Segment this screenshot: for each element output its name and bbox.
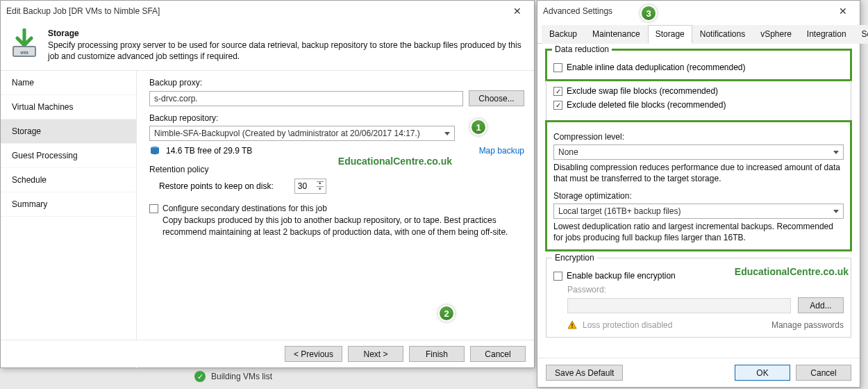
page-heading: Storage [48, 28, 526, 38]
dedup-checkbox[interactable]: Enable inline data deduplication (recomm… [553, 63, 844, 72]
callout-2: 2 [438, 305, 455, 322]
nav-summary[interactable]: Summary [1, 192, 136, 217]
tab-notifications[interactable]: Notifications [692, 25, 753, 44]
ok-button[interactable]: OK [735, 365, 790, 381]
compression-help: Disabling compression reduces performanc… [553, 163, 844, 184]
encryption-legend: Encryption [552, 253, 597, 263]
map-backup-link[interactable]: Map backup [479, 146, 524, 156]
adv-title: Advanced Settings [543, 6, 612, 16]
restore-points-stepper[interactable]: 30 ▲▼ [294, 179, 326, 194]
retention-label: Retention policy [149, 165, 524, 174]
data-reduction-bottom: Compression level: None Disabling compre… [546, 121, 851, 251]
main-title: Edit Backup Job [DR VMs to Nimble SFA] [6, 6, 160, 16]
secondary-destinations-label: Configure secondary destinations for thi… [162, 204, 524, 213]
storage-opt-label: Storage optimization: [553, 191, 844, 201]
loss-protection-text: Loss protection disabled [583, 320, 672, 330]
data-reduction-top: Data reduction Enable inline data dedupl… [546, 49, 851, 81]
password-select [567, 298, 791, 313]
restore-points-label: Restore points to keep on disk: [159, 181, 274, 191]
close-icon[interactable]: ✕ [503, 3, 531, 19]
password-label: Password: [567, 285, 844, 295]
watermark: EducationalCentre.co.uk [735, 266, 849, 277]
adv-titlebar: Advanced Settings ✕ [537, 1, 860, 22]
deleted-checkbox[interactable]: Exclude deleted file blocks (recommended… [553, 100, 844, 110]
deleted-label: Exclude deleted file blocks (recommended… [567, 100, 726, 110]
free-space-text: 14.6 TB free of 29.9 TB [166, 146, 252, 156]
status-text: Building VMs list [211, 372, 272, 381]
page-subheading: Specify processing proxy server to be us… [48, 40, 526, 62]
wizard-footer: < Previous Next > Finish Cancel [1, 340, 534, 367]
checkbox-icon [553, 87, 562, 96]
callout-1: 1 [470, 119, 487, 135]
nav-guest-processing[interactable]: Guest Processing [1, 144, 136, 168]
warning-icon [567, 320, 577, 330]
manage-passwords-link[interactable]: Manage passwords [771, 320, 844, 330]
edit-backup-job-dialog: Edit Backup Job [DR VMs to Nimble SFA] ✕… [0, 0, 535, 368]
backup-proxy-label: Backup proxy: [149, 78, 524, 88]
callout-3: 3 [640, 5, 657, 22]
tab-integration[interactable]: Integration [799, 25, 854, 44]
secondary-destinations-desc: Copy backups produced by this job to ano… [162, 215, 524, 237]
next-button[interactable]: Next > [348, 346, 403, 362]
encryption-label: Enable backup file encryption [567, 271, 676, 281]
nav-storage[interactable]: Storage [1, 119, 136, 144]
add-password-button[interactable]: Add... [798, 297, 844, 313]
data-reduction-mid: Exclude swap file blocks (recommended) E… [546, 81, 851, 121]
tab-vsphere[interactable]: vSphere [753, 25, 799, 44]
advanced-settings-dialog: Advanced Settings ✕ Backup Maintenance S… [537, 0, 860, 388]
swap-checkbox[interactable]: Exclude swap file blocks (recommended) [553, 86, 844, 96]
restore-points-value: 30 [298, 181, 307, 191]
backup-repo-label: Backup repository: [149, 113, 524, 123]
tab-storage[interactable]: Storage [648, 25, 692, 44]
save-default-button[interactable]: Save As Default [546, 365, 623, 381]
choose-proxy-button[interactable]: Choose... [469, 90, 524, 106]
checkbox-icon [553, 101, 562, 110]
svg-rect-13 [571, 327, 573, 329]
checkbox-icon [553, 272, 562, 281]
main-header-text: Storage Specify processing proxy server … [48, 28, 526, 62]
svg-rect-12 [571, 324, 573, 326]
storage-pane: Backup proxy: s-drvc.corp. Choose... Bac… [137, 71, 534, 368]
tab-backup[interactable]: Backup [542, 25, 585, 44]
compression-label: Compression level: [553, 132, 844, 142]
watermark: EducationalCentre.co.uk [338, 156, 452, 167]
storage-tab-panel: Data reduction Enable inline data dedupl… [537, 44, 860, 350]
backup-proxy-input[interactable]: s-drvc.corp. [149, 91, 463, 106]
disk-icon [149, 145, 160, 156]
nav-name[interactable]: Name [1, 71, 136, 95]
storage-opt-select[interactable]: Local target (16TB+ backup files) [553, 204, 844, 219]
finish-button[interactable]: Finish [409, 346, 465, 362]
adv-footer: Save As Default OK Cancel [537, 358, 860, 387]
success-icon: ✓ [194, 371, 206, 382]
status-strip: ✓ Building VMs list [194, 367, 272, 386]
dedup-label: Enable inline data deduplication (recomm… [567, 63, 746, 72]
compression-select[interactable]: None [553, 144, 844, 160]
nav-schedule[interactable]: Schedule [1, 168, 136, 192]
close-icon[interactable]: ✕ [829, 3, 857, 19]
wizard-nav: Name Virtual Machines Storage Guest Proc… [1, 71, 137, 368]
backup-repo-select[interactable]: Nimble-SFA-Backupvol (Created by \admini… [149, 126, 455, 141]
main-header: vm Storage Specify processing proxy serv… [1, 22, 534, 71]
cancel-button[interactable]: Cancel [470, 346, 526, 362]
tab-scripts[interactable]: Scripts [854, 25, 868, 44]
main-titlebar: Edit Backup Job [DR VMs to Nimble SFA] ✕ [1, 1, 534, 22]
adv-cancel-button[interactable]: Cancel [796, 365, 851, 381]
secondary-destinations-checkbox[interactable]: Configure secondary destinations for thi… [149, 204, 524, 237]
storage-opt-help: Lowest deduplication ratio and largest i… [553, 222, 844, 243]
storage-icon: vm [9, 28, 40, 59]
checkbox-icon [553, 63, 562, 72]
tab-maintenance[interactable]: Maintenance [585, 25, 648, 44]
adv-tabs: Backup Maintenance Storage Notifications… [537, 22, 860, 44]
swap-label: Exclude swap file blocks (recommended) [567, 86, 718, 96]
svg-text:vm: vm [20, 49, 28, 56]
nav-virtual-machines[interactable]: Virtual Machines [1, 95, 136, 119]
previous-button[interactable]: < Previous [285, 346, 342, 362]
checkbox-icon [149, 204, 158, 213]
data-reduction-legend: Data reduction [552, 44, 612, 54]
